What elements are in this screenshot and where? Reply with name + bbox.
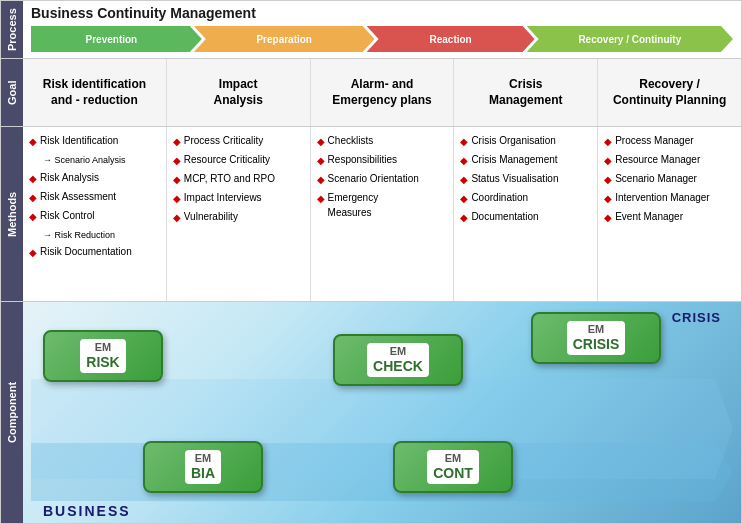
list-item: ◆ Impact Interviews (173, 190, 304, 206)
goal-label: Goal (1, 59, 23, 126)
bullet-icon: ◆ (173, 172, 181, 187)
list-item: ◆ Risk Control (29, 208, 160, 224)
bullet-icon: ◆ (29, 209, 37, 224)
preparation-arrow: Preparation (194, 26, 375, 52)
bullet-icon: ◆ (29, 245, 37, 260)
goal-cell-1: Risk identificationand - reduction (23, 59, 167, 126)
list-item: ◆ Crisis Management (460, 152, 591, 168)
methods-label: Methods (1, 127, 23, 301)
bullet-icon: ◆ (317, 172, 325, 187)
goal-cell-2: ImpactAnalysis (167, 59, 311, 126)
list-item: ◆ Crisis Organisation (460, 133, 591, 149)
embia-box: EM BIA (143, 441, 263, 493)
list-item: ◆ Process Criticality (173, 133, 304, 149)
emrisk-box: EM RISK (43, 330, 163, 382)
list-item: ◆ Vulnerability (173, 209, 304, 225)
list-item: ◆ Documentation (460, 209, 591, 225)
main-container: Process Business Continuity Management P… (0, 0, 742, 524)
methods-col-4: ◆ Crisis Organisation ◆ Crisis Managemen… (454, 127, 598, 301)
bullet-icon: ◆ (317, 191, 325, 206)
bullet-icon: ◆ (317, 134, 325, 149)
bullet-icon: ◆ (173, 191, 181, 206)
list-item: ◆ Coordination (460, 190, 591, 206)
list-item: ◆ Resource Manager (604, 152, 735, 168)
methods-content: ◆ Risk Identification → Scenario Analysi… (23, 127, 741, 301)
bullet-icon: ◆ (604, 134, 612, 149)
list-item: ◆ Checklists (317, 133, 448, 149)
business-label: BUSINESS (43, 503, 131, 519)
bullet-icon: ◆ (604, 210, 612, 225)
goal-cell-3: Alarm- andEmergency plans (311, 59, 455, 126)
bullet-icon: ◆ (29, 134, 37, 149)
bullet-icon: ◆ (173, 134, 181, 149)
list-item: ◆ Scenario Orientation (317, 171, 448, 187)
list-item: ◆ Responsibilities (317, 152, 448, 168)
crisis-label: CRISIS (672, 310, 721, 325)
list-item: ◆ Risk Identification (29, 133, 160, 149)
list-item: ◆ EmergencyMeasures (317, 190, 448, 220)
embia-label: EM BIA (185, 450, 221, 484)
bullet-icon: ◆ (604, 191, 612, 206)
list-item: → Scenario Analysis (29, 152, 160, 168)
methods-col-1: ◆ Risk Identification → Scenario Analysi… (23, 127, 167, 301)
goal-content: Risk identificationand - reduction Impac… (23, 59, 741, 126)
list-item: ◆ Status Visualisation (460, 171, 591, 187)
component-content: CRISIS EM RISK EM BIA EM CRISIS (23, 302, 741, 523)
list-item: ◆ Risk Analysis (29, 170, 160, 186)
arrows-container: Prevention Preparation Reaction Recovery… (31, 25, 733, 53)
bullet-icon: ◆ (29, 190, 37, 205)
emcont-label: EM CONT (427, 450, 479, 484)
methods-col-2: ◆ Process Criticality ◆ Resource Critica… (167, 127, 311, 301)
list-item: ◆ Intervention Manager (604, 190, 735, 206)
component-row: Component CRISIS EM RISK EM BIA (1, 302, 741, 523)
process-content: Business Continuity Management Preventio… (23, 1, 741, 58)
component-label: Component (1, 302, 23, 523)
reaction-arrow: Reaction (367, 26, 535, 52)
emcheck-label: EM CHECK (367, 343, 429, 377)
prevention-arrow: Prevention (31, 26, 202, 52)
goal-cell-5: Recovery /Continuity Planning (598, 59, 741, 126)
list-item: ◆ Risik Documentation (29, 244, 160, 260)
goal-row: Goal Risk identificationand - reduction … (1, 59, 741, 127)
bullet-icon: ◆ (173, 153, 181, 168)
recovery-arrow: Recovery / Continuity (527, 26, 733, 52)
list-item: ◆ MCP, RTO and RPO (173, 171, 304, 187)
bullet-icon: ◆ (460, 153, 468, 168)
methods-row: Methods ◆ Risk Identification → Scenario… (1, 127, 741, 302)
bullet-icon: ◆ (29, 171, 37, 186)
bullet-icon: ◆ (460, 210, 468, 225)
list-item: ◆ Event Manager (604, 209, 735, 225)
main-title: Business Continuity Management (31, 5, 733, 21)
goal-cell-4: CrisisManagement (454, 59, 598, 126)
methods-col-3: ◆ Checklists ◆ Responsibilities ◆ Scenar… (311, 127, 455, 301)
bullet-icon: ◆ (604, 172, 612, 187)
list-item: ◆ Scenario Manager (604, 171, 735, 187)
emrisk-label: EM RISK (80, 339, 125, 373)
list-item: ◆ Risk Assessment (29, 189, 160, 205)
emcont-box: EM CONT (393, 441, 513, 493)
background-arrow-2 (31, 379, 733, 479)
bullet-icon: ◆ (173, 210, 181, 225)
emcrisis-box: EM CRISIS (531, 312, 661, 364)
process-row: Process Business Continuity Management P… (1, 1, 741, 59)
bullet-icon: ◆ (460, 191, 468, 206)
list-item: ◆ Resource Criticality (173, 152, 304, 168)
bullet-icon: ◆ (604, 153, 612, 168)
emcheck-box: EM CHECK (333, 334, 463, 386)
process-label: Process (1, 1, 23, 58)
emcrisis-label: EM CRISIS (567, 321, 626, 355)
bullet-icon: ◆ (460, 134, 468, 149)
bullet-icon: ◆ (317, 153, 325, 168)
list-item: ◆ Process Manager (604, 133, 735, 149)
bullet-icon: ◆ (460, 172, 468, 187)
methods-col-5: ◆ Process Manager ◆ Resource Manager ◆ S… (598, 127, 741, 301)
list-item: → Risk Reduction (29, 227, 160, 243)
